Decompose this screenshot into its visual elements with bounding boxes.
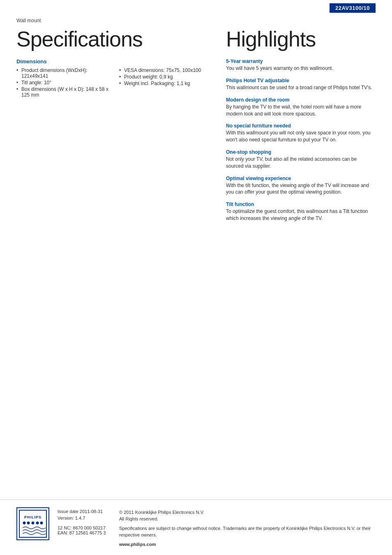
footer: PHILIPS Issue date 2011-08-31 Version: 1… bbox=[0, 500, 392, 555]
highlight-item: Optimal viewing experienceWith the tilt … bbox=[226, 176, 376, 196]
header-bar: 22AV3100/10 bbox=[0, 0, 392, 13]
dimensions-heading: Dimensions bbox=[16, 58, 214, 65]
highlight-body: With this wallmount you will not only sa… bbox=[226, 130, 376, 143]
issue-date: Issue date 2011-08-31 bbox=[58, 509, 111, 514]
philips-logo: PHILIPS bbox=[16, 507, 49, 540]
highlight-item: Philips Hotel TV adjustableThis wallmoun… bbox=[226, 78, 376, 91]
spec-item: Box dimensions (W x H x D): 148 x 58 x 1… bbox=[16, 86, 111, 98]
spec-item: Product dimensions (WxDxH): 121x49x141 bbox=[16, 67, 111, 79]
specs-columns: Product dimensions (WxDxH): 121x49x141Ti… bbox=[16, 67, 214, 98]
highlight-heading: One-stop shopping bbox=[226, 149, 376, 155]
highlight-body: You will have 5 years warranty on this w… bbox=[226, 65, 376, 72]
highlight-item: No special furniture neededWith this wal… bbox=[226, 123, 376, 143]
specs-title: Specifications bbox=[16, 28, 214, 51]
highlight-item: Tilt functionTo optimalize the guest com… bbox=[226, 201, 376, 222]
website-link[interactable]: www.philips.com bbox=[119, 541, 376, 548]
highlight-body: To optimalize the guest comfort, this wa… bbox=[226, 208, 376, 222]
spec-item: VESA dimensions: 75x75, 100x100 bbox=[119, 67, 214, 74]
highlight-heading: Optimal viewing experience bbox=[226, 176, 376, 181]
highlight-body: This wallmount can be used for a broad r… bbox=[226, 84, 376, 91]
svg-point-2 bbox=[23, 521, 26, 524]
highlight-item: Modern design of the roomBy hanging the … bbox=[226, 97, 376, 118]
highlight-item: 5-Year warrantyYou will have 5 years war… bbox=[226, 58, 376, 72]
specs-col-left: Product dimensions (WxDxH): 121x49x141Ti… bbox=[16, 67, 111, 98]
version-line: Version: 1.4.7 bbox=[58, 516, 111, 520]
highlight-heading: 5-Year warranty bbox=[226, 58, 376, 64]
highlights-column: Highlights 5-Year warrantyYou will have … bbox=[226, 28, 376, 228]
ean-number: EAN: 87 12581 46775 3 bbox=[58, 530, 111, 535]
nc-ean: 12 NC: 8670 000 50217 EAN: 87 12581 4677… bbox=[58, 525, 111, 535]
svg-point-4 bbox=[32, 521, 35, 524]
disclaimer-text: Specifications are subject to change wit… bbox=[119, 525, 376, 539]
svg-point-6 bbox=[40, 521, 43, 524]
highlight-body: By hanging the TV to the wall, the hotel… bbox=[226, 104, 376, 118]
philips-logo-svg: PHILIPS bbox=[18, 509, 47, 538]
svg-text:PHILIPS: PHILIPS bbox=[24, 515, 42, 519]
spec-item: Product weight: 0,9 kg bbox=[119, 74, 214, 80]
svg-point-5 bbox=[36, 521, 39, 524]
highlight-body: Not only your TV, but also all the relat… bbox=[226, 156, 376, 170]
dimensions-section: Dimensions Product dimensions (WxDxH): 1… bbox=[16, 58, 214, 98]
spec-item: Weight incl. Packaging: 1,1 kg bbox=[119, 80, 214, 87]
highlights-list: 5-Year warrantyYou will have 5 years war… bbox=[226, 58, 376, 222]
right-specs-list: VESA dimensions: 75x75, 100x100Product w… bbox=[119, 67, 214, 87]
highlight-heading: Philips Hotel TV adjustable bbox=[226, 78, 376, 83]
highlight-heading: Modern design of the room bbox=[226, 97, 376, 103]
main-content: Specifications Dimensions Product dimens… bbox=[0, 28, 392, 228]
highlight-body: With the tilt function, the viewing angl… bbox=[226, 182, 376, 196]
copyright-line: © 2011 Koninklijke Philips Electronics N… bbox=[119, 509, 376, 523]
specs-column: Specifications Dimensions Product dimens… bbox=[16, 28, 214, 228]
left-specs-list: Product dimensions (WxDxH): 121x49x141Ti… bbox=[16, 67, 111, 98]
footer-meta: Issue date 2011-08-31 Version: 1.4.7 12 … bbox=[58, 509, 111, 535]
footer-legal: © 2011 Koninklijke Philips Electronics N… bbox=[119, 509, 376, 548]
highlights-title: Highlights bbox=[226, 28, 376, 51]
nc-number: 12 NC: 8670 000 50217 bbox=[58, 525, 111, 530]
wall-mount-label: Wall mount bbox=[0, 13, 392, 23]
page-wrapper: 22AV3100/10 Wall mount Specifications Di… bbox=[0, 0, 392, 555]
svg-point-3 bbox=[27, 521, 30, 524]
highlight-heading: Tilt function bbox=[226, 201, 376, 207]
highlight-heading: No special furniture needed bbox=[226, 123, 376, 129]
model-badge: 22AV3100/10 bbox=[330, 3, 376, 13]
specs-col-right: VESA dimensions: 75x75, 100x100Product w… bbox=[119, 67, 214, 98]
spec-item: Titl angle: 10° bbox=[16, 79, 111, 86]
highlight-item: One-stop shoppingNot only your TV, but a… bbox=[226, 149, 376, 170]
